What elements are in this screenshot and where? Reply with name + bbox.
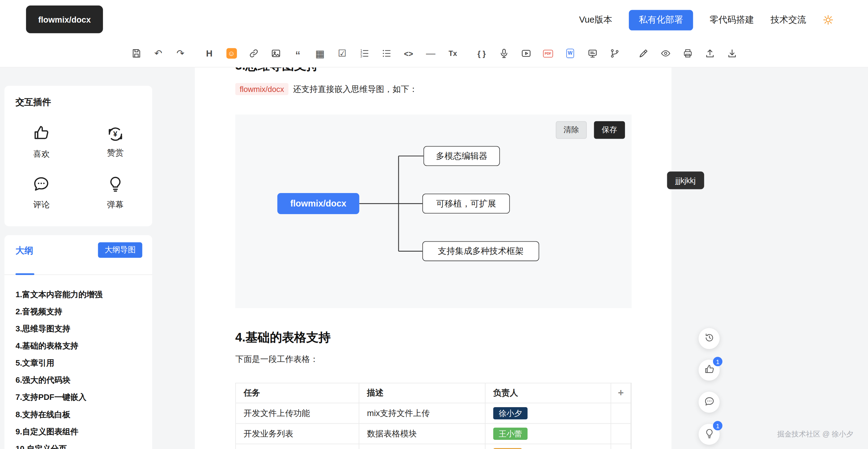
- undo-icon[interactable]: ↶: [152, 47, 165, 60]
- checkbox-icon[interactable]: ☑: [336, 47, 349, 60]
- plugins-card-title: 交互插件: [16, 97, 51, 108]
- upload-icon[interactable]: [703, 47, 716, 60]
- table-header-cell[interactable]: 任务: [236, 383, 360, 403]
- nav-tech-exchange[interactable]: 技术交流: [771, 14, 806, 26]
- mindmap-root-node[interactable]: flowmix/docx: [277, 193, 359, 214]
- outline-map-button[interactable]: 大纲导图: [98, 242, 143, 258]
- table-row: [236, 444, 631, 449]
- table-cell-task[interactable]: 开发文件上传功能: [236, 403, 360, 424]
- pdf-icon[interactable]: PDF: [541, 47, 554, 60]
- table-cell-owner[interactable]: [485, 444, 611, 449]
- quote-icon[interactable]: “: [291, 47, 304, 60]
- mindmap-child-node[interactable]: 多模态编辑器: [424, 146, 500, 166]
- outline-item-8[interactable]: 8.支持在线白板: [16, 406, 146, 423]
- ordered-list-icon[interactable]: 123: [358, 47, 371, 60]
- watermark: 掘金技术社区 @ 徐小夕: [777, 429, 853, 439]
- mindmap-child-node[interactable]: 可移植，可扩展: [423, 194, 510, 214]
- section3-paragraph: flowmix/docx 还支持直接嵌入思维导图，如下：: [235, 83, 417, 95]
- reward-icon: ¥: [107, 125, 124, 142]
- table-header-cell[interactable]: 描述: [359, 383, 485, 403]
- comment-icon: [33, 175, 50, 194]
- thumbs-up-icon: [704, 364, 714, 377]
- emoji-icon[interactable]: ☺: [225, 47, 238, 60]
- table-cell-desc[interactable]: mix支持文件上传: [359, 403, 485, 424]
- toolbar-group: [637, 47, 738, 60]
- table-cell-owner[interactable]: 王小蕾: [485, 424, 611, 444]
- plugin-comment[interactable]: 评论: [4, 167, 78, 218]
- app-logo: flowmix/docx: [26, 5, 103, 33]
- plugin-reward-label: 赞赏: [107, 148, 123, 158]
- codeblock-icon[interactable]: { }: [475, 47, 488, 60]
- whiteboard-icon[interactable]: [586, 47, 599, 60]
- owner-badge[interactable]: 王小蕾: [493, 428, 528, 440]
- thumbs-up-icon: [33, 124, 50, 143]
- redo-icon[interactable]: ↷: [174, 47, 187, 60]
- divider-icon[interactable]: —: [424, 47, 437, 60]
- idea-count-badge: 1: [713, 421, 722, 430]
- nav-vue-version[interactable]: Vue版本: [579, 14, 612, 26]
- nav-nocode-build[interactable]: 零代码搭建: [710, 14, 754, 26]
- heading-icon[interactable]: H: [203, 47, 216, 60]
- document-canvas[interactable]: 3.思维导图支持 flowmix/docx 还支持直接嵌入思维导图，如下： 清除…: [195, 67, 672, 449]
- mindmap-child-node[interactable]: 支持集成多种技术框架: [423, 241, 539, 261]
- table-row: 开发业务列表数据表格模块王小蕾: [236, 424, 631, 444]
- plugin-comment-label: 评论: [33, 199, 50, 210]
- unordered-list-icon[interactable]: [380, 47, 393, 60]
- section4-heading: 4.基础的表格支持: [235, 329, 331, 346]
- word-icon[interactable]: W: [564, 47, 577, 60]
- svg-text:3: 3: [360, 54, 362, 58]
- outline-item-2[interactable]: 2.音视频支持: [16, 303, 146, 320]
- plugin-like[interactable]: 喜欢: [4, 116, 78, 167]
- outline-item-7[interactable]: 7.支持PDF一键嵌入: [16, 389, 146, 406]
- table-cell-extra[interactable]: [611, 444, 631, 449]
- outline-item-9[interactable]: 9.自定义图表组件: [16, 423, 146, 441]
- history-button[interactable]: [699, 328, 720, 349]
- outline-item-1[interactable]: 1.富文本内容能力的增强: [16, 286, 146, 303]
- outline-item-4[interactable]: 4.基础的表格支持: [16, 338, 146, 355]
- owner-badge[interactable]: 徐小夕: [493, 407, 528, 419]
- video-icon[interactable]: [519, 47, 532, 60]
- history-icon: [704, 332, 714, 345]
- clear-format-icon[interactable]: Tx: [446, 47, 459, 60]
- sun-icon[interactable]: [823, 14, 835, 26]
- image-icon[interactable]: [269, 47, 282, 60]
- nav-private-deploy-button[interactable]: 私有化部署: [629, 10, 693, 30]
- table-cell-extra[interactable]: [611, 424, 631, 444]
- plugin-like-label: 喜欢: [33, 149, 50, 159]
- table-header-cell[interactable]: 负责人: [485, 383, 611, 403]
- inline-code-badge: flowmix/docx: [235, 83, 288, 95]
- print-icon[interactable]: [681, 47, 694, 60]
- branch-icon[interactable]: [608, 47, 621, 60]
- download-icon[interactable]: [725, 47, 738, 60]
- idea-button[interactable]: 1: [699, 424, 720, 445]
- table-cell-task[interactable]: 开发业务列表: [236, 424, 360, 444]
- table-cell-task[interactable]: [236, 444, 360, 449]
- table-icon[interactable]: ▦: [313, 47, 327, 60]
- plugin-danmaku[interactable]: 弹幕: [78, 167, 152, 218]
- mic-icon[interactable]: [497, 47, 510, 60]
- outline-card: 大纲 大纲导图 1.富文本内容能力的增强2.音视频支持3.思维导图支持4.基础的…: [4, 235, 152, 449]
- preview-icon[interactable]: [659, 47, 672, 60]
- link-icon[interactable]: [247, 47, 260, 60]
- add-column-button[interactable]: +: [611, 383, 631, 403]
- app-header: flowmix/docx Vue版本 私有化部署 零代码搭建 技术交流: [0, 0, 868, 40]
- like-button[interactable]: 1: [699, 359, 720, 381]
- table-cell-desc[interactable]: 数据表格模块: [359, 424, 485, 444]
- plugin-reward[interactable]: ¥ 赞赏: [78, 116, 152, 167]
- table-row: 开发文件上传功能mix支持文件上传徐小夕: [236, 403, 631, 424]
- comment-button[interactable]: [699, 392, 720, 413]
- outline-item-10[interactable]: 10.自定义分页: [16, 441, 146, 449]
- code-icon[interactable]: <>: [402, 47, 415, 60]
- table-cell-desc[interactable]: [359, 444, 485, 449]
- table-cell-extra[interactable]: [611, 403, 631, 424]
- toolbar-group: ↶↷: [130, 47, 187, 60]
- outline-item-5[interactable]: 5.文章引用: [16, 355, 146, 372]
- table-cell-owner[interactable]: 徐小夕: [485, 403, 611, 424]
- outline-item-6[interactable]: 6.强大的代码块: [16, 372, 146, 389]
- outline-tab[interactable]: 大纲: [16, 245, 33, 257]
- outline-item-3[interactable]: 3.思维导图支持: [16, 320, 146, 338]
- mindmap-panel: 清除 保存 flowmix/docx 多模态编辑器 可移植，可扩展 支持集成多种…: [235, 115, 632, 308]
- sign-icon[interactable]: [637, 47, 650, 60]
- page: flowmix/docx Vue版本 私有化部署 零代码搭建 技术交流 ↶↷H☺…: [0, 0, 868, 449]
- save-icon[interactable]: [130, 47, 143, 60]
